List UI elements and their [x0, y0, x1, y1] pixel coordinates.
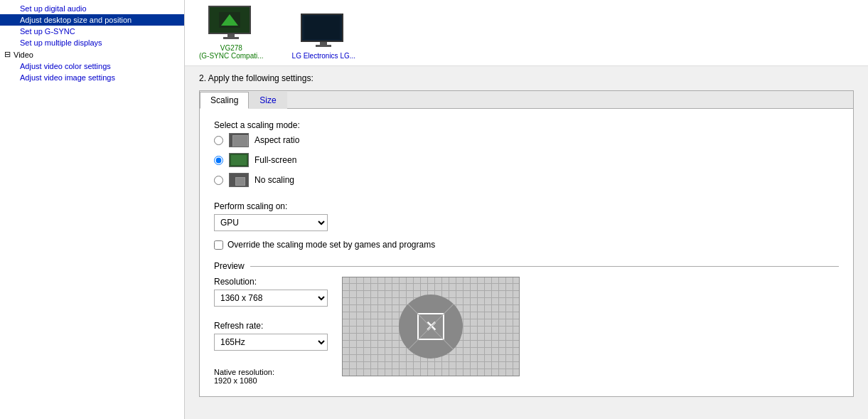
sidebar-item-video-image[interactable]: Adjust video image settings	[0, 72, 184, 83]
scaling-icon-no-scaling	[229, 173, 249, 187]
label-full-screen[interactable]: Full-screen	[254, 155, 296, 165]
native-resolution-value: 1920 x 1080	[214, 376, 328, 385]
tab-header: Scaling Size	[200, 91, 853, 109]
perform-scaling-label: Perform scaling on:	[214, 201, 839, 211]
native-resolution-label: Native resolution:	[214, 368, 328, 376]
sidebar-item-gsync[interactable]: Set up G-SYNC	[0, 26, 184, 37]
video-group: ⊟ Video	[0, 48, 184, 60]
tab-content-scaling: Select a scaling mode: Aspect ratio	[200, 109, 853, 396]
monitor-item-2[interactable]: LG Electronics LG...	[292, 14, 355, 60]
override-checkbox-group[interactable]: Override the scaling mode set by games a…	[214, 240, 839, 250]
sidebar-item-digital-audio[interactable]: Set up digital audio	[0, 3, 184, 14]
monitor-header: VG278 (G-SYNC Compati... LG Electronics …	[185, 0, 868, 66]
settings-section: 2. Apply the following settings: Scaling…	[185, 66, 868, 404]
preview-controls: Resolution: 1360 x 768 1920 x 1080 1280 …	[214, 277, 328, 385]
radio-input-aspect-ratio[interactable]	[214, 136, 223, 145]
radio-no-scaling[interactable]: No scaling	[214, 173, 839, 187]
preview-title: Preview	[214, 261, 245, 271]
radio-input-no-scaling[interactable]	[214, 176, 223, 185]
perform-scaling-select[interactable]: GPU Display Auto	[214, 214, 328, 231]
sidebar-item-adjust-desktop[interactable]: Adjust desktop size and position	[0, 14, 184, 26]
radio-full-screen[interactable]: Full-screen	[214, 153, 839, 167]
preview-x-mark: ✕	[425, 319, 437, 334]
monitor-item-1[interactable]: VG278 (G-SYNC Compati...	[199, 6, 264, 60]
resolution-group: Resolution: 1360 x 768 1920 x 1080 1280 …	[214, 277, 328, 307]
sidebar: Set up digital audio Adjust desktop size…	[0, 0, 185, 419]
scaling-mode-group: Aspect ratio Full-screen No	[214, 133, 839, 187]
override-label[interactable]: Override the scaling mode set by games a…	[227, 240, 435, 250]
preview-header: Preview	[214, 261, 839, 271]
radio-input-full-screen[interactable]	[214, 156, 223, 165]
sidebar-item-video-color[interactable]: Adjust video color settings	[0, 60, 184, 72]
radio-aspect-ratio[interactable]: Aspect ratio	[214, 133, 839, 147]
preview-monitor-graphic: ✕	[342, 277, 520, 376]
scaling-icon-full-screen	[229, 153, 249, 167]
tab-size[interactable]: Size	[249, 92, 286, 109]
section-title: 2. Apply the following settings:	[199, 73, 854, 83]
monitor-icon-2	[301, 14, 346, 49]
monitor-2-label: LG Electronics LG...	[292, 52, 355, 60]
label-no-scaling[interactable]: No scaling	[254, 175, 294, 185]
tab-scaling[interactable]: Scaling	[200, 92, 249, 109]
resolution-label: Resolution:	[214, 277, 328, 287]
preview-circle: ✕	[399, 295, 463, 359]
select-mode-label: Select a scaling mode:	[214, 120, 839, 130]
resolution-select[interactable]: 1360 x 768 1920 x 1080 1280 x 720	[214, 290, 328, 307]
refresh-rate-select[interactable]: 165Hz 144Hz 120Hz 60Hz	[214, 334, 328, 351]
preview-section: Preview Resolution: 1360 x 768 1920 x 10…	[214, 261, 839, 385]
scaling-icon-aspect-ratio	[229, 133, 249, 147]
label-aspect-ratio[interactable]: Aspect ratio	[254, 135, 299, 145]
override-checkbox[interactable]	[214, 240, 223, 250]
tab-container: Scaling Size Select a scaling mode: Aspe…	[199, 90, 854, 397]
native-resolution-group: Native resolution: 1920 x 1080	[214, 365, 328, 385]
perform-scaling-group: Perform scaling on: GPU Display Auto	[214, 201, 839, 231]
refresh-rate-label: Refresh rate:	[214, 321, 328, 331]
preview-body: Resolution: 1360 x 768 1920 x 1080 1280 …	[214, 277, 839, 385]
monitor-1-label: VG278 (G-SYNC Compati...	[199, 44, 264, 60]
main-content: VG278 (G-SYNC Compati... LG Electronics …	[185, 0, 868, 419]
refresh-rate-group: Refresh rate: 165Hz 144Hz 120Hz 60Hz	[214, 321, 328, 351]
preview-divider	[250, 266, 839, 267]
sidebar-item-multiple-displays[interactable]: Set up multiple displays	[0, 37, 184, 48]
monitor-icon-1	[208, 6, 254, 41]
preview-square: ✕	[417, 313, 444, 340]
